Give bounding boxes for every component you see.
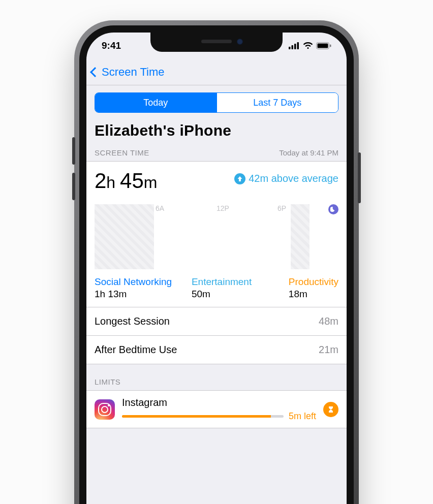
phone-frame: 9:41 Screen Time Today Last 7 Days	[74, 20, 359, 504]
instagram-icon	[95, 399, 115, 420]
category-item[interactable]: Social Networking1h 13m	[95, 276, 187, 300]
limit-row[interactable]: Instagram5m left	[86, 391, 347, 428]
power-button[interactable]	[358, 152, 361, 203]
segmented-control-wrap: Today Last 7 Days	[86, 85, 347, 120]
stat-label: Longest Session	[95, 316, 170, 327]
limits-header: LIMITS	[86, 364, 347, 390]
above-average-indicator: 42m above average	[234, 173, 338, 184]
screen-time-card: 2h 45m 42m above average 12A	[86, 161, 347, 364]
limit-progress-fill	[122, 415, 271, 418]
phone-screen: 9:41 Screen Time Today Last 7 Days	[86, 33, 347, 504]
chevron-left-icon	[90, 67, 100, 77]
limit-progress-track	[122, 415, 284, 418]
category-item[interactable]: Entertainment50m	[192, 276, 284, 300]
stat-value: 21m	[319, 344, 338, 356]
above-average-text: 42m above average	[249, 173, 338, 184]
stat-value: 48m	[319, 316, 338, 327]
category-label: Productivity	[289, 276, 338, 288]
speaker-grille	[201, 40, 232, 43]
limit-remaining: 5m left	[289, 411, 316, 422]
category-value: 50m	[192, 289, 284, 300]
device-title: Elizabeth's iPhone	[95, 122, 338, 139]
category-label: Social Networking	[95, 276, 187, 288]
back-label: Screen Time	[102, 66, 165, 79]
stat-row[interactable]: After Bedtime Use21m	[86, 335, 347, 364]
segment-today[interactable]: Today	[95, 93, 216, 112]
notch	[150, 33, 283, 52]
category-value: 1h 13m	[95, 289, 187, 300]
hourglass-icon	[323, 402, 338, 417]
segmented-control: Today Last 7 Days	[95, 92, 338, 113]
wifi-icon	[303, 42, 313, 49]
phone-bezel: 9:41 Screen Time Today Last 7 Days	[79, 25, 354, 504]
status-time: 9:41	[102, 40, 121, 51]
category-value: 18m	[289, 289, 338, 300]
battery-icon	[316, 42, 331, 49]
svg-rect-1	[292, 45, 294, 49]
svg-rect-5	[318, 44, 328, 48]
usage-chart[interactable]: 12A 6A 12P 6P	[95, 204, 338, 269]
svg-rect-2	[294, 44, 296, 49]
category-item[interactable]: Productivity18m	[289, 276, 338, 300]
limit-app-name: Instagram	[122, 397, 316, 408]
cellular-icon	[289, 42, 300, 49]
limits-card: Instagram5m left	[86, 390, 347, 428]
section-header: SCREEN TIME Today at 9:41 PM	[86, 148, 347, 161]
category-breakdown: Social Networking1h 13mEntertainment50mP…	[95, 276, 338, 300]
stat-row[interactable]: Longest Session48m	[86, 307, 347, 335]
nav-bar: Screen Time	[86, 59, 347, 85]
section-label: SCREEN TIME	[95, 148, 149, 157]
stat-label: After Bedtime Use	[95, 344, 177, 356]
svg-rect-6	[330, 45, 331, 47]
category-label: Entertainment	[192, 276, 284, 288]
arrow-up-icon	[234, 173, 245, 184]
segment-last-7-days[interactable]: Last 7 Days	[216, 93, 338, 112]
total-screen-time: 2h 45m	[95, 169, 157, 193]
front-camera	[237, 39, 243, 45]
volume-down-button[interactable]	[72, 173, 75, 200]
back-button[interactable]: Screen Time	[91, 66, 165, 79]
svg-rect-0	[289, 47, 291, 49]
svg-rect-3	[297, 42, 299, 49]
volume-up-button[interactable]	[72, 137, 75, 165]
section-timestamp: Today at 9:41 PM	[279, 148, 338, 157]
